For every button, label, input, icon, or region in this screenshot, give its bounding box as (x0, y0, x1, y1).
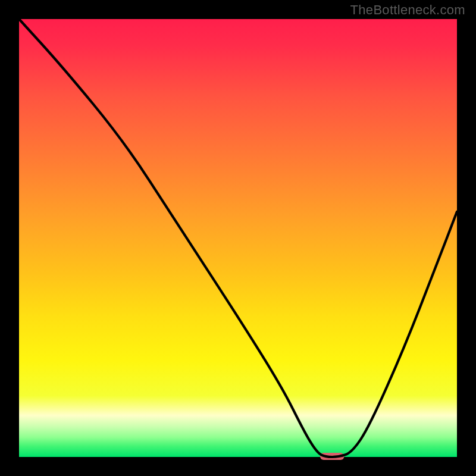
bottleneck-chart (0, 0, 476, 476)
watermark-text: TheBottleneck.com (350, 2, 465, 18)
plot-background (19, 19, 457, 457)
chart-frame: TheBottleneck.com (0, 0, 476, 476)
